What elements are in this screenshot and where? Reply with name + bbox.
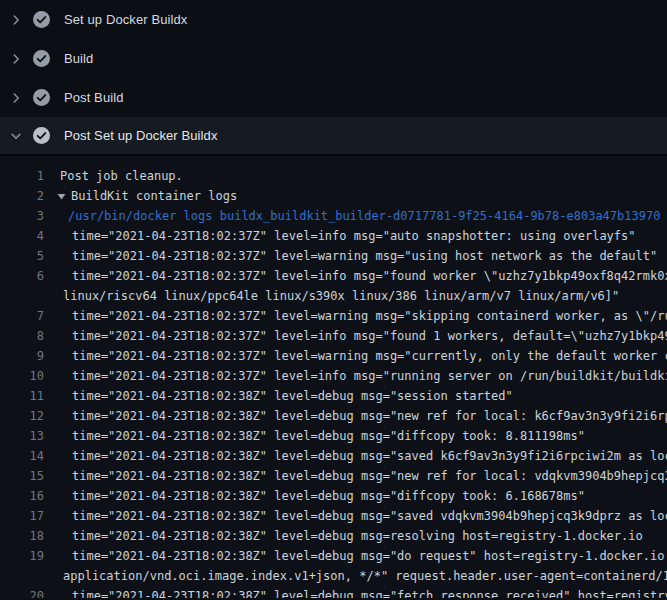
- step-row-post-set-up-docker-buildx[interactable]: Post Set up Docker Buildx: [0, 117, 667, 156]
- log-text: time="2021-04-23T18:02:38Z" level=debug …: [44, 426, 667, 446]
- log-text: time="2021-04-23T18:02:38Z" level=debug …: [44, 546, 667, 566]
- log-text: time="2021-04-23T18:02:38Z" level=debug …: [44, 446, 667, 466]
- log-line: 2BuildKit container logs: [0, 186, 667, 206]
- log-line: 18time="2021-04-23T18:02:38Z" level=debu…: [0, 526, 667, 546]
- chevron-right-icon[interactable]: [8, 51, 24, 67]
- log-line-number[interactable]: 14: [0, 446, 44, 466]
- log-line-number[interactable]: 11: [0, 386, 44, 406]
- log-line: 20time="2021-04-23T18:02:38Z" level=debu…: [0, 586, 667, 598]
- log-line: 19time="2021-04-23T18:02:38Z" level=debu…: [0, 546, 667, 566]
- log-line-number[interactable]: 9: [0, 346, 44, 366]
- log-text: time="2021-04-23T18:02:37Z" level=info m…: [44, 326, 667, 346]
- log-line-number[interactable]: 5: [0, 246, 44, 266]
- log-text: time="2021-04-23T18:02:37Z" level=info m…: [44, 226, 667, 246]
- log-text: time="2021-04-23T18:02:38Z" level=debug …: [44, 486, 667, 506]
- log-line: 6time="2021-04-23T18:02:37Z" level=info …: [0, 266, 667, 286]
- log-line-number[interactable]: 12: [0, 406, 44, 426]
- log-line-number[interactable]: 2: [0, 186, 44, 206]
- step-label: Build: [64, 51, 93, 66]
- log-text: time="2021-04-23T18:02:38Z" level=debug …: [44, 406, 667, 426]
- log-text: time="2021-04-23T18:02:38Z" level=debug …: [44, 586, 667, 598]
- log-line-number: [0, 286, 44, 306]
- step-row-set-up-docker-buildx[interactable]: Set up Docker Buildx: [0, 0, 667, 39]
- log-line: application/vnd.oci.image.index.v1+json,…: [0, 566, 667, 586]
- log-line: 16time="2021-04-23T18:02:38Z" level=debu…: [0, 486, 667, 506]
- log-line: 1Post job cleanup.: [0, 166, 667, 186]
- log-line-number[interactable]: 13: [0, 426, 44, 446]
- log-line-number[interactable]: 3: [0, 206, 44, 226]
- log-line-number[interactable]: 20: [0, 586, 44, 598]
- triangle-down-icon: [57, 192, 66, 201]
- log-command-text: /usr/bin/docker logs buildx_buildkit_bui…: [44, 206, 667, 226]
- log-line-number[interactable]: 19: [0, 546, 44, 566]
- log-line: 3/usr/bin/docker logs buildx_buildkit_bu…: [0, 206, 667, 226]
- log-line-number[interactable]: 4: [0, 226, 44, 246]
- check-circle-icon: [33, 89, 50, 106]
- log-line: 9time="2021-04-23T18:02:37Z" level=warni…: [0, 346, 667, 366]
- log-line: 8time="2021-04-23T18:02:37Z" level=info …: [0, 326, 667, 346]
- log-line-number[interactable]: 15: [0, 466, 44, 486]
- log-text: Post job cleanup.: [44, 166, 667, 186]
- log-text: time="2021-04-23T18:02:37Z" level=warnin…: [44, 306, 667, 326]
- log-group-toggle[interactable]: BuildKit container logs: [44, 186, 667, 206]
- log-line: 17time="2021-04-23T18:02:38Z" level=debu…: [0, 506, 667, 526]
- log-line-number: [0, 566, 44, 586]
- log-line: 11time="2021-04-23T18:02:38Z" level=debu…: [0, 386, 667, 406]
- check-circle-icon: [33, 11, 50, 28]
- log-view: 1Post job cleanup.2BuildKit container lo…: [0, 156, 667, 598]
- log-text: time="2021-04-23T18:02:38Z" level=debug …: [44, 506, 667, 526]
- log-group-title: BuildKit container logs: [71, 186, 237, 206]
- chevron-right-icon[interactable]: [8, 12, 24, 28]
- log-line-number[interactable]: 10: [0, 366, 44, 386]
- log-line: 10time="2021-04-23T18:02:37Z" level=info…: [0, 366, 667, 386]
- log-text-continuation: linux/riscv64 linux/ppc64le linux/s390x …: [44, 286, 667, 306]
- log-line: 12time="2021-04-23T18:02:38Z" level=debu…: [0, 406, 667, 426]
- steps-list: Set up Docker BuildxBuildPost BuildPost …: [0, 0, 667, 156]
- step-label: Set up Docker Buildx: [64, 12, 187, 27]
- step-row-build[interactable]: Build: [0, 39, 667, 78]
- chevron-right-icon[interactable]: [8, 90, 24, 106]
- log-line: 15time="2021-04-23T18:02:38Z" level=debu…: [0, 466, 667, 486]
- log-text: time="2021-04-23T18:02:37Z" level=warnin…: [44, 246, 667, 266]
- log-line: 5time="2021-04-23T18:02:37Z" level=warni…: [0, 246, 667, 266]
- actions-log-panel: Set up Docker BuildxBuildPost BuildPost …: [0, 0, 667, 600]
- log-line-number[interactable]: 8: [0, 326, 44, 346]
- log-line-number[interactable]: 7: [0, 306, 44, 326]
- check-circle-icon: [33, 127, 50, 144]
- log-line-number[interactable]: 1: [0, 166, 44, 186]
- step-row-post-build[interactable]: Post Build: [0, 78, 667, 117]
- log-text: time="2021-04-23T18:02:38Z" level=debug …: [44, 526, 667, 546]
- log-text: time="2021-04-23T18:02:37Z" level=warnin…: [44, 346, 667, 366]
- log-line-number[interactable]: 18: [0, 526, 44, 546]
- log-text: time="2021-04-23T18:02:37Z" level=info m…: [44, 266, 667, 286]
- log-text-continuation: application/vnd.oci.image.index.v1+json,…: [44, 566, 667, 586]
- log-line: 13time="2021-04-23T18:02:38Z" level=debu…: [0, 426, 667, 446]
- check-circle-icon: [33, 50, 50, 67]
- log-line: 14time="2021-04-23T18:02:38Z" level=debu…: [0, 446, 667, 466]
- step-label: Post Build: [64, 90, 124, 105]
- log-line: 4time="2021-04-23T18:02:37Z" level=info …: [0, 226, 667, 246]
- log-text: time="2021-04-23T18:02:38Z" level=debug …: [44, 466, 667, 486]
- log-text: time="2021-04-23T18:02:37Z" level=info m…: [44, 366, 667, 386]
- log-line-number[interactable]: 6: [0, 266, 44, 286]
- log-line: 7time="2021-04-23T18:02:37Z" level=warni…: [0, 306, 667, 326]
- log-line: linux/riscv64 linux/ppc64le linux/s390x …: [0, 286, 667, 306]
- step-label: Post Set up Docker Buildx: [64, 128, 218, 143]
- log-line-number[interactable]: 17: [0, 506, 44, 526]
- log-line-number[interactable]: 16: [0, 486, 44, 506]
- log-text: time="2021-04-23T18:02:38Z" level=debug …: [44, 386, 667, 406]
- chevron-down-icon[interactable]: [8, 128, 24, 144]
